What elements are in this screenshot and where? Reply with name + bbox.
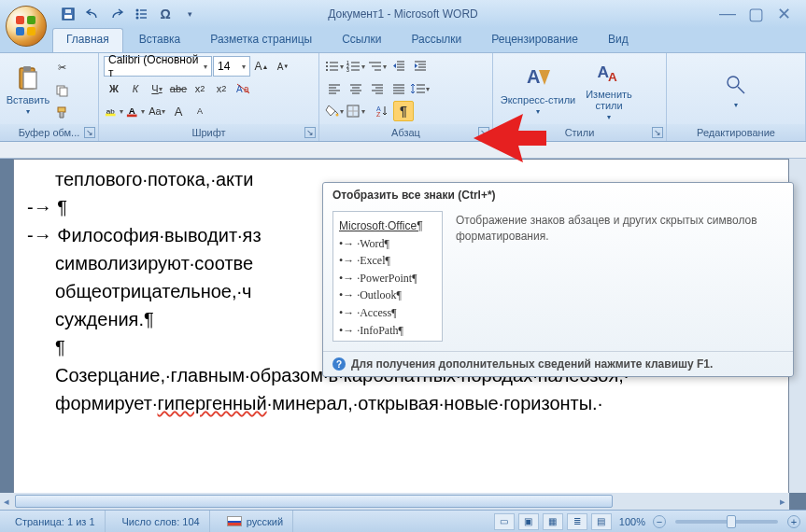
align-left-icon[interactable] [324,78,345,99]
ribbon: Вставить ▾ ✂ Буфер обм...↘ Calibri (Осно… [0,52,806,142]
red-arrow-annotation [472,101,546,175]
status-word-count[interactable]: Число слов: 104 [113,511,210,532]
doc-text: теплового·потока,·акти [55,169,253,189]
zoom-out-button[interactable]: − [653,515,666,528]
copy-icon[interactable] [51,80,72,101]
status-language-label: русский [247,516,283,527]
view-draft-icon[interactable]: ▤ [591,513,612,530]
help-icon: ? [332,357,346,371]
horizontal-ruler[interactable] [0,142,806,159]
status-language[interactable]: русский [218,511,293,532]
symbol-icon[interactable]: Ω [155,4,176,24]
zoom-in-button[interactable]: + [787,515,800,528]
font-size-combo[interactable]: 14▾ [213,56,250,77]
tab-mailings[interactable]: Рассылки [397,28,475,52]
view-web-icon[interactable]: ▦ [543,513,563,530]
change-styles-button[interactable]: AA Изменить стили▾ [578,58,640,123]
line-spacing-icon[interactable]: ▾ [410,78,431,99]
clear-format-icon[interactable]: Aa [233,78,253,99]
preview-item: •→ ·Outlook¶ [339,287,436,304]
grow-font2-icon[interactable]: A [168,101,189,121]
align-center-icon[interactable] [346,78,366,99]
font-name-combo[interactable]: Calibri (Основной т▾ [104,56,212,77]
editing-button[interactable]: ▾ [708,58,764,123]
preview-heading: Microsoft·Office¶ [339,217,436,235]
underline-icon[interactable]: Ч▾ [147,78,167,99]
numbered-list-icon[interactable]: 123▾ [346,56,366,77]
show-hide-pilcrow-icon[interactable]: ¶ [393,101,414,121]
tab-insert[interactable]: Вставка [125,28,195,52]
change-case-icon[interactable]: Aa▾ [147,101,167,121]
preview-item: •→ ·Excel¶ [339,252,436,270]
italic-icon[interactable]: К [125,78,146,99]
redo-icon[interactable] [106,4,127,24]
tooltip-preview: Microsoft·Office¶ •→ ·Word¶ •→ ·Excel¶ •… [332,211,443,342]
undo-icon[interactable] [82,4,103,24]
preview-item: •→ ·Access¶ [339,304,436,322]
clipboard-group-label: Буфер обм... [19,127,80,138]
office-button[interactable] [6,6,47,47]
doc-text: ·минерал,·открывая·новые·горизонты.· [267,393,603,413]
doc-text: общеотрицательное,·ч [55,281,252,301]
horizontal-scrollbar[interactable]: ◂ ▸ [0,493,789,510]
svg-point-72 [728,77,739,88]
tab-view[interactable]: Вид [594,28,643,52]
grow-font-icon[interactable]: A▲ [251,56,272,77]
tooltip-title: Отобразить все знаки (Ctrl+*) [323,183,793,207]
tab-pagelayout[interactable]: Разметка страницы [196,28,326,52]
strikethrough-icon[interactable]: abe [168,78,189,99]
preview-item: •→ ·InfoPath¶ [339,322,436,340]
status-bar: Страница: 1 из 1 Число слов: 104 русский… [0,510,806,532]
styles-group-label: Стили [565,127,595,138]
editing-group-label: Редактирование [697,127,775,138]
justify-icon[interactable] [389,78,409,99]
ribbon-tabs: Главная Вставка Разметка страницы Ссылки… [0,28,806,52]
paste-button[interactable]: Вставить ▾ [5,58,51,123]
sort-icon[interactable]: AZ [372,101,392,121]
minimize-button[interactable]: — [718,4,737,24]
zoom-slider[interactable] [675,520,778,524]
bold-icon[interactable]: Ж [104,78,124,99]
superscript-icon[interactable]: x2 [211,78,232,99]
multilevel-list-icon[interactable]: ▾ [367,56,388,77]
subscript-icon[interactable]: x2 [190,78,210,99]
doc-text-spellerror: гипергенный [157,393,266,413]
status-page[interactable]: Страница: 1 из 1 [6,511,106,532]
tab-review[interactable]: Рецензирование [477,28,592,52]
view-print-layout-icon[interactable]: ▭ [494,513,515,530]
bullets-icon[interactable] [131,4,151,24]
bullets-list-icon[interactable]: ▾ [324,56,345,77]
align-right-icon[interactable] [367,78,388,99]
tab-home[interactable]: Главная [52,28,123,52]
svg-point-21 [326,62,328,63]
clipboard-dialog-launcher[interactable]: ↘ [84,127,95,138]
supertooltip: Отобразить все знаки (Ctrl+*) Microsoft·… [322,182,794,377]
svg-point-7 [136,17,139,20]
qat-more-icon[interactable]: ▾ [179,4,200,24]
svg-text:3: 3 [346,67,349,73]
format-painter-icon[interactable] [51,103,72,123]
svg-text:A: A [129,105,135,116]
maximize-button[interactable]: ▢ [746,4,765,24]
zoom-level[interactable]: 100% [619,516,645,527]
font-color-icon[interactable]: A▾ [125,101,146,121]
view-fullscreen-icon[interactable]: ▣ [518,513,539,530]
save-icon[interactable] [58,4,78,24]
styles-dialog-launcher[interactable]: ↘ [652,127,663,138]
quick-access-toolbar: Ω ▾ [58,4,200,24]
shading-icon[interactable]: ▾ [324,101,345,121]
font-dialog-launcher[interactable]: ↘ [304,127,316,138]
preview-item: •→ ·PowerPoint¶ [339,270,436,287]
svg-point-63 [336,114,339,117]
view-outline-icon[interactable]: ≣ [567,513,587,530]
svg-rect-10 [23,72,36,89]
highlight-icon[interactable]: ab▾ [104,101,124,121]
borders-icon[interactable]: ▾ [346,101,366,121]
shrink-font-icon[interactable]: A▼ [273,56,293,77]
close-button[interactable]: ✕ [774,4,793,24]
decrease-indent-icon[interactable] [389,56,409,77]
cut-icon[interactable]: ✂ [51,58,72,78]
tab-references[interactable]: Ссылки [328,28,395,52]
increase-indent-icon[interactable] [410,56,431,77]
shrink-font2-icon[interactable]: A [190,101,210,121]
